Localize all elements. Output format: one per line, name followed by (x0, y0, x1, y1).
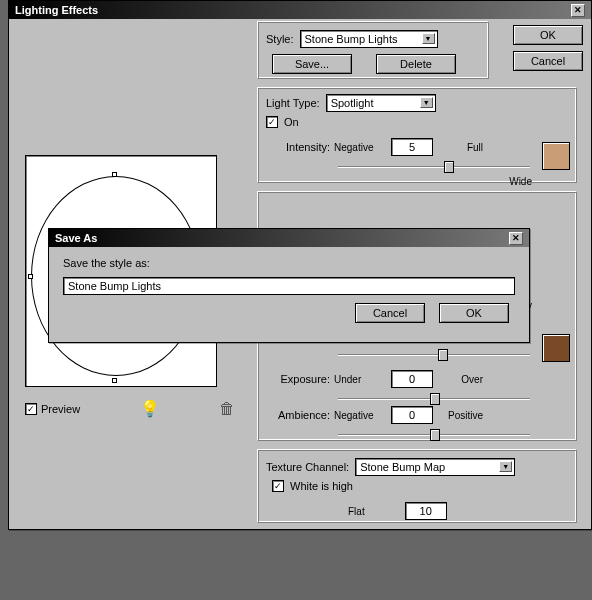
dialog-title: Lighting Effects (15, 4, 98, 16)
lightbulb-icon[interactable]: 💡 (140, 399, 160, 418)
cancel-button[interactable]: Cancel (513, 51, 583, 71)
trash-icon[interactable]: 🗑 (219, 400, 235, 418)
preview-label: Preview (41, 403, 80, 415)
titlebar: Lighting Effects ✕ (9, 1, 591, 19)
white-is-high-label: White is high (290, 480, 353, 492)
white-is-high-checkbox[interactable]: ✓ (272, 480, 284, 492)
light-handle[interactable] (28, 274, 33, 279)
ambience-input[interactable]: 0 (391, 406, 433, 424)
exposure-input[interactable]: 0 (391, 370, 433, 388)
saveas-ok-button[interactable]: OK (439, 303, 509, 323)
on-checkbox[interactable]: ✓ (266, 116, 278, 128)
exposure-over-label: Over (435, 374, 483, 385)
material-slider[interactable] (338, 348, 530, 362)
style-dropdown[interactable]: Stone Bump Lights (300, 30, 438, 48)
close-icon[interactable]: ✕ (509, 232, 523, 245)
saveas-cancel-button[interactable]: Cancel (355, 303, 425, 323)
focus-wide-label: Wide (509, 176, 532, 187)
exposure-under-label: Under (334, 374, 389, 385)
texture-channel-dropdown[interactable]: Stone Bump Map (355, 458, 515, 476)
light-type-label: Light Type: (266, 97, 320, 109)
saveas-title: Save As (55, 232, 97, 244)
intensity-negative-label: Negative (334, 142, 389, 153)
delete-button[interactable]: Delete (376, 54, 456, 74)
save-button[interactable]: Save... (272, 54, 352, 74)
ambience-negative-label: Negative (334, 410, 389, 421)
light-type-value: Spotlight (331, 97, 374, 109)
intensity-input[interactable]: 5 (391, 138, 433, 156)
texture-channel-value: Stone Bump Map (360, 461, 445, 473)
light-handle[interactable] (112, 378, 117, 383)
exposure-slider[interactable] (338, 392, 530, 406)
ambience-slider[interactable] (338, 428, 530, 442)
material-color-swatch[interactable] (542, 334, 570, 362)
intensity-slider[interactable] (338, 160, 530, 174)
light-color-swatch[interactable] (542, 142, 570, 170)
ambience-label: Ambience: (266, 409, 334, 421)
height-flat-label: Flat (348, 506, 365, 517)
ok-button[interactable]: OK (513, 25, 583, 45)
texture-channel-label: Texture Channel: (266, 461, 349, 473)
light-handle[interactable] (112, 172, 117, 177)
exposure-label: Exposure: (266, 373, 334, 385)
saveas-name-input[interactable]: Stone Bump Lights (63, 277, 515, 295)
height-input[interactable]: 10 (405, 502, 447, 520)
saveas-titlebar: Save As ✕ (49, 229, 529, 247)
saveas-prompt: Save the style as: (63, 257, 515, 269)
intensity-full-label: Full (435, 142, 483, 153)
intensity-label: Intensity: (266, 141, 334, 153)
preview-checkbox[interactable]: ✓ (25, 403, 37, 415)
style-label: Style: (266, 33, 294, 45)
on-label: On (284, 116, 299, 128)
ambience-positive-label: Positive (435, 410, 483, 421)
style-value: Stone Bump Lights (305, 33, 398, 45)
save-as-dialog: Save As ✕ Save the style as: Stone Bump … (48, 228, 530, 343)
close-icon[interactable]: ✕ (571, 4, 585, 17)
light-type-dropdown[interactable]: Spotlight (326, 94, 436, 112)
